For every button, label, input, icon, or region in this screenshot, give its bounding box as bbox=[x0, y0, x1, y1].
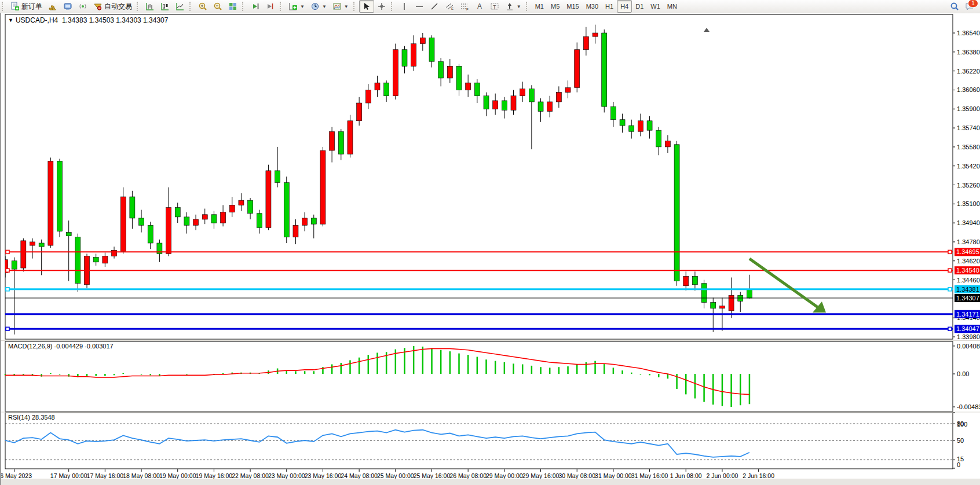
candle-body bbox=[302, 218, 308, 225]
line-handle[interactable] bbox=[6, 288, 9, 291]
line-handle[interactable] bbox=[6, 250, 9, 253]
chart-window[interactable]: 1.365401.363801.362201.360601.359001.357… bbox=[0, 13, 980, 485]
line-handle[interactable] bbox=[6, 327, 9, 330]
main-pane[interactable] bbox=[5, 14, 953, 339]
autotrading-button[interactable]: 自动交易 bbox=[90, 0, 135, 13]
text-label-icon: T bbox=[490, 2, 499, 11]
horizontal-line-icon bbox=[415, 2, 424, 11]
candle-body bbox=[375, 83, 380, 90]
candle-body bbox=[729, 295, 734, 311]
line-handle[interactable] bbox=[6, 269, 9, 272]
zoom-out-icon bbox=[213, 2, 222, 11]
toolbar-grip bbox=[137, 2, 141, 11]
candle-body bbox=[112, 250, 117, 256]
chart-dropdown-icon[interactable]: ▼ bbox=[8, 17, 13, 23]
candle-body bbox=[66, 233, 71, 236]
chart-ohlc-values: 1.34383 1.34503 1.34303 1.34307 bbox=[62, 16, 169, 24]
line-handle[interactable] bbox=[948, 250, 952, 253]
price-tick-label: 1.36540 bbox=[957, 30, 980, 36]
indicators-button[interactable]: ▼ bbox=[286, 0, 308, 13]
crosshair-icon bbox=[377, 2, 386, 11]
candle-body bbox=[747, 289, 752, 298]
line-chart-icon bbox=[175, 2, 185, 11]
timeframe-M30[interactable]: M30 bbox=[583, 0, 602, 13]
zoom-in-button[interactable] bbox=[195, 0, 210, 13]
market-watch-button[interactable] bbox=[45, 0, 60, 13]
toolbar-grip bbox=[242, 2, 246, 11]
toolbar-grip bbox=[280, 2, 284, 11]
candle-body bbox=[175, 207, 180, 216]
candle-body bbox=[638, 121, 643, 131]
price-tick-label: 1.34460 bbox=[957, 277, 980, 284]
line-handle[interactable] bbox=[948, 327, 952, 330]
auto-scroll-button[interactable] bbox=[248, 0, 263, 13]
vertical-line-tool-button[interactable] bbox=[397, 0, 412, 13]
candlestick-chart-icon bbox=[160, 2, 170, 11]
signals-button[interactable] bbox=[75, 0, 90, 13]
chart-bars-button[interactable] bbox=[142, 0, 158, 13]
channel-tool-button[interactable]: E bbox=[442, 0, 457, 13]
svg-text:F: F bbox=[466, 8, 469, 11]
line-handle[interactable] bbox=[948, 269, 952, 272]
chart-shift-button[interactable] bbox=[263, 0, 278, 13]
trendline-tool-button[interactable] bbox=[427, 0, 442, 13]
price-tick-label: 1.35740 bbox=[957, 124, 980, 131]
periods-button[interactable]: ▼ bbox=[308, 0, 330, 13]
timeframe-H1[interactable]: H1 bbox=[602, 0, 617, 13]
chevron-down-icon: ▼ bbox=[517, 4, 521, 9]
bar-chart-icon bbox=[145, 2, 155, 11]
equidistant-channel-icon: E bbox=[445, 2, 454, 11]
timeframe-M1[interactable]: M1 bbox=[532, 0, 547, 13]
candle-body bbox=[575, 50, 580, 88]
chevron-down-icon: ▼ bbox=[322, 4, 327, 9]
line-handle[interactable] bbox=[948, 288, 952, 291]
autotrading-icon bbox=[93, 2, 103, 11]
rsi-tick-label: 80 bbox=[957, 420, 964, 427]
candle-body bbox=[583, 36, 588, 50]
data-window-button[interactable] bbox=[60, 0, 75, 13]
tile-windows-button[interactable] bbox=[225, 0, 240, 13]
candle-body bbox=[719, 306, 725, 308]
candle-body bbox=[384, 83, 389, 96]
price-tick-label: 1.34940 bbox=[957, 219, 980, 226]
toolbar-grip bbox=[2, 2, 6, 11]
new-order-button[interactable]: 新订单 bbox=[8, 0, 45, 13]
zoom-out-button[interactable] bbox=[210, 0, 225, 13]
timeframe-D1[interactable]: D1 bbox=[632, 0, 647, 13]
chart-surface[interactable]: 1.365401.363801.362201.360601.359001.357… bbox=[1, 13, 980, 485]
chart-title: ▼USDCAD-,H4 1.34383 1.34503 1.34303 1.34… bbox=[8, 16, 168, 24]
text-tool-button[interactable]: A bbox=[472, 0, 487, 13]
tile-windows-icon bbox=[228, 2, 237, 11]
chart-candles-button[interactable] bbox=[158, 0, 173, 13]
search-icon[interactable] bbox=[950, 2, 959, 11]
timeframe-M5[interactable]: M5 bbox=[547, 0, 563, 13]
signal-icon bbox=[78, 2, 87, 11]
chart-line-button[interactable] bbox=[173, 0, 188, 13]
timeframe-H4[interactable]: H4 bbox=[617, 0, 632, 13]
candle-body bbox=[311, 218, 316, 224]
candle-body bbox=[239, 200, 244, 205]
cursor-tool-button[interactable] bbox=[359, 0, 374, 13]
candle-body bbox=[275, 171, 280, 183]
fibonacci-tool-button[interactable]: F bbox=[457, 0, 472, 13]
crosshair-tool-button[interactable] bbox=[374, 0, 389, 13]
chevron-down-icon: ▼ bbox=[344, 4, 349, 9]
templates-button[interactable]: ▼ bbox=[330, 0, 352, 13]
arrows-tool-button[interactable]: ▼ bbox=[502, 0, 524, 13]
candle-body bbox=[393, 50, 398, 96]
text-label-tool-button[interactable]: T bbox=[487, 0, 502, 13]
auto-scroll-icon bbox=[251, 2, 260, 11]
candle-body bbox=[357, 103, 362, 121]
toolbar-grip bbox=[526, 2, 530, 11]
timeframe-M15[interactable]: M15 bbox=[563, 0, 582, 13]
candle-body bbox=[502, 101, 507, 110]
trendline-icon bbox=[430, 2, 439, 11]
horizontal-line-tool-button[interactable] bbox=[412, 0, 427, 13]
notifications-button[interactable]: 1 bbox=[965, 2, 974, 11]
price-tick-label: 1.35900 bbox=[957, 105, 980, 112]
pane-splitter[interactable] bbox=[1, 340, 980, 341]
timeframe-W1[interactable]: W1 bbox=[647, 0, 664, 13]
timeframe-MN[interactable]: MN bbox=[664, 0, 681, 13]
price-flag-label: 1.34047 bbox=[956, 325, 979, 332]
pane-splitter[interactable] bbox=[1, 412, 980, 413]
